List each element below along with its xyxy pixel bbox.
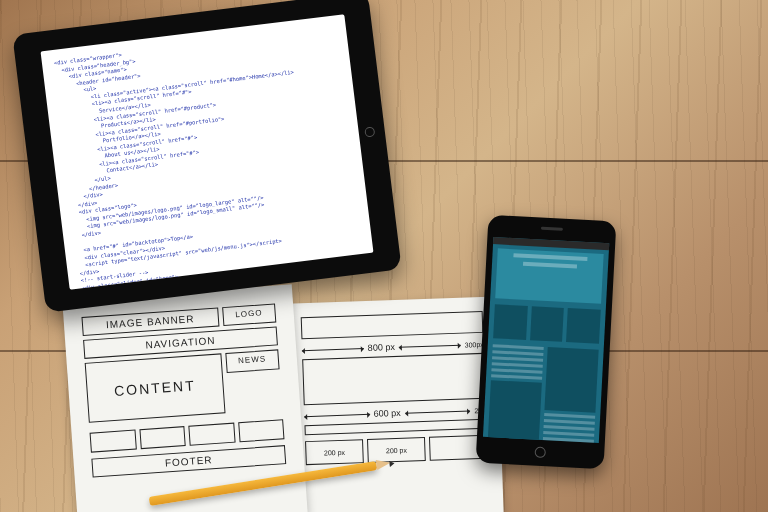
tablet-device: <div class="wrapper"> <div class="header…	[12, 0, 401, 313]
mockup-content-split	[488, 344, 599, 442]
wireframe-content: CONTENT	[85, 353, 225, 422]
dimension-label: 200 px	[386, 446, 407, 454]
phone-mockup-screen	[483, 237, 609, 443]
tablet-code-editor: <div class="wrapper"> <div class="header…	[41, 14, 374, 290]
dimension-label: 600 px	[374, 408, 401, 419]
phone-home-button-icon	[534, 447, 546, 459]
smartphone-device	[476, 215, 617, 469]
dimension-label: 800 px	[368, 342, 395, 353]
mockup-card-row	[493, 304, 601, 344]
mockup-hero-section	[495, 248, 603, 303]
pencil-tip-icon	[389, 460, 395, 467]
tablet-home-button-icon	[364, 126, 375, 137]
wireframe-logo: LOGO	[222, 303, 277, 326]
wireframe-sketch-right: 800 px 300px 600 px 250 200 px 200 px	[286, 296, 504, 512]
dimension-label: 200 px	[324, 448, 345, 456]
phone-speaker-icon	[541, 227, 563, 231]
wireframe-news: NEWS	[225, 349, 280, 373]
